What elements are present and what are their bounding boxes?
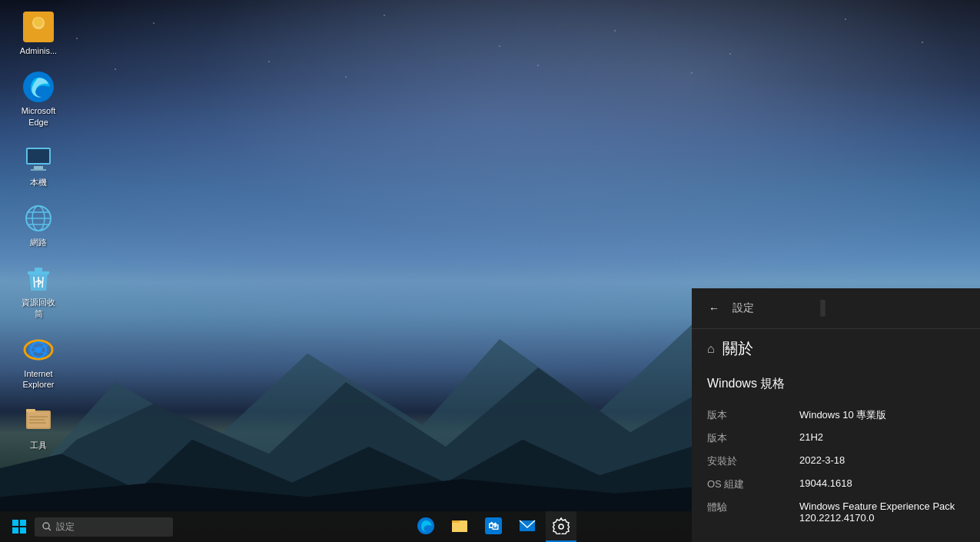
search-icon	[42, 522, 51, 531]
taskbar-app-edge[interactable]	[410, 511, 441, 542]
desktop-icon-computer[interactable]: 本機	[8, 139, 69, 191]
svg-rect-10	[28, 149, 49, 163]
administrator-label: Adminis...	[20, 45, 57, 56]
settings-content: Windows 規格 版本 Windows 10 專業版 版本 21H2 安裝於…	[692, 368, 980, 542]
svg-point-23	[35, 347, 42, 353]
administrator-icon	[23, 12, 54, 42]
settings-label-edition: 版本	[707, 408, 799, 422]
svg-rect-31	[20, 520, 26, 526]
settings-home-icon: ⌂	[707, 342, 715, 356]
edge-label: MicrosoftEdge	[22, 105, 56, 128]
settings-row-version: 版本 21H2	[707, 427, 965, 450]
settings-back-button[interactable]: ←	[703, 298, 725, 319]
settings-row-os-build: OS 組建 19044.1618	[707, 473, 965, 496]
svg-point-36	[417, 517, 434, 534]
svg-rect-39	[452, 523, 467, 532]
desktop-icon-recycle[interactable]: 資源回收筒	[8, 259, 69, 323]
settings-label-version: 版本	[707, 431, 799, 445]
settings-value-experience: Windows Feature Experience Pack120.2212.…	[799, 500, 965, 524]
desktop-icons-container: Adminis... MicrosoftEdge	[8, 8, 69, 454]
svg-rect-18	[28, 271, 49, 274]
start-button[interactable]	[4, 511, 35, 542]
desktop-icon-administrator[interactable]: Adminis...	[8, 8, 69, 60]
svg-rect-11	[34, 166, 43, 169]
desktop-icon-ie[interactable]: InternetExplorer	[8, 331, 69, 394]
settings-group-title: Windows 規格	[707, 376, 965, 392]
svg-text:🛍: 🛍	[488, 520, 499, 532]
desktop-icon-edge[interactable]: MicrosoftEdge	[8, 68, 69, 131]
desktop-icon-network[interactable]: 網路	[8, 199, 69, 251]
recycle-icon	[23, 263, 54, 294]
settings-row-edition: 版本 Windows 10 專業版	[707, 404, 965, 427]
svg-rect-33	[20, 527, 26, 534]
settings-value-os-build: 19044.1618	[799, 477, 965, 489]
edge-icon	[23, 71, 54, 102]
network-label: 網路	[30, 237, 47, 248]
taskbar-app-store[interactable]: 🛍	[478, 511, 509, 542]
svg-rect-19	[35, 268, 42, 271]
ie-label: InternetExplorer	[23, 368, 55, 391]
computer-label: 本機	[30, 177, 47, 188]
taskbar-search-label: 設定	[56, 520, 75, 534]
settings-value-version: 21H2	[799, 431, 965, 443]
desktop-icon-tools[interactable]: 工具	[8, 402, 69, 454]
desktop: Adminis... MicrosoftEdge	[0, 0, 980, 542]
settings-label-os-build: OS 組建	[707, 477, 799, 491]
tools-icon	[23, 406, 54, 437]
taskbar-app-settings[interactable]	[546, 511, 576, 542]
svg-rect-30	[12, 520, 18, 526]
taskbar-search[interactable]: 設定	[35, 517, 173, 537]
tools-label: 工具	[30, 440, 47, 451]
settings-value-edition: Windows 10 專業版	[799, 408, 965, 422]
settings-row-experience: 體驗 Windows Feature Experience Pack120.22…	[707, 496, 965, 528]
svg-point-8	[35, 89, 48, 95]
recycle-label: 資源回收筒	[22, 297, 55, 319]
svg-rect-38	[452, 520, 460, 523]
svg-point-43	[559, 524, 563, 529]
svg-line-35	[48, 528, 51, 530]
settings-title: 設定	[733, 301, 754, 315]
svg-rect-12	[31, 169, 46, 171]
svg-rect-26	[26, 409, 35, 412]
network-icon	[23, 203, 54, 234]
settings-value-install-date: 2022-3-18	[799, 454, 965, 466]
settings-panel: ← 設定 ⌂ 關於 Windows 規格 版本 Windows 10 專業版 版…	[692, 288, 980, 542]
svg-point-6	[34, 18, 43, 27]
settings-titlebar: ← 設定	[692, 288, 980, 329]
taskbar-app-explorer[interactable]	[444, 511, 475, 542]
svg-rect-32	[12, 527, 18, 534]
settings-label-experience: 體驗	[707, 500, 799, 514]
settings-label-install-date: 安裝於	[707, 454, 799, 468]
settings-section-label: 關於	[723, 338, 753, 359]
taskbar-app-mail[interactable]	[512, 511, 543, 542]
settings-section-header: ⌂ 關於	[692, 329, 980, 368]
computer-icon	[23, 143, 54, 174]
svg-point-34	[43, 523, 49, 529]
settings-row-install-date: 安裝於 2022-3-18	[707, 450, 965, 473]
ie-icon	[23, 334, 54, 365]
